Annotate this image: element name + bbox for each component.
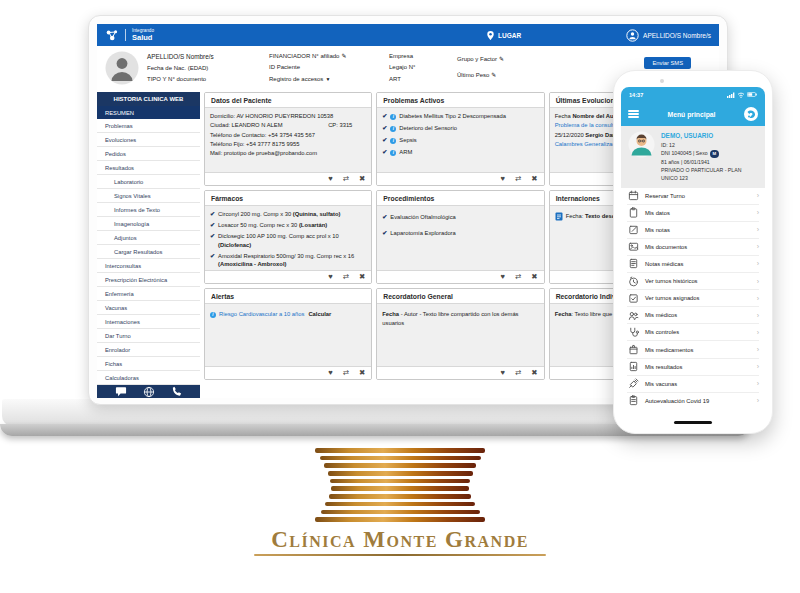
chevron-right-icon: › — [757, 295, 759, 302]
edit-peso-icon[interactable]: ✎ — [491, 68, 496, 84]
panel-title: Alertas — [205, 289, 371, 304]
grupo-factor-label: Grupo y Factor — [457, 52, 497, 68]
close-icon[interactable]: ✖ — [531, 175, 537, 183]
sidebar-item-interconsultas[interactable]: Interconsultas — [97, 259, 200, 273]
riesgo-cardiovascular-link[interactable]: Riesgo Cardiovascular a 10 años — [219, 310, 304, 319]
patient-col-identity: APELLIDO/S Nombre/s Fecha de Nac. (EDAD)… — [147, 51, 269, 86]
menu-item-mis-datos[interactable]: Mis datos › — [627, 205, 759, 222]
sidebar-item-calculadoras[interactable]: Calculadoras — [97, 371, 200, 385]
menu-item-turnos-asignados[interactable]: Ver turnos asignados › — [627, 290, 759, 307]
sidebar-item-informes-texto[interactable]: Informes de Texto — [97, 203, 200, 217]
sexo-badge: M — [710, 150, 719, 158]
menu-item-mis-medicos[interactable]: Mis médicos › — [627, 307, 759, 324]
calcular-action[interactable]: Calcular — [308, 310, 331, 319]
menu-item-mis-resultados[interactable]: Mis resultados › — [627, 359, 759, 376]
swap-icon[interactable]: ⇄ — [343, 175, 349, 183]
favorite-icon[interactable]: ♥ — [328, 175, 332, 183]
phone-mockup: 14:37 — [613, 70, 773, 434]
edit-financiador-icon[interactable]: ✎ — [341, 51, 346, 62]
chat-icon[interactable] — [115, 386, 127, 397]
close-icon[interactable]: ✖ — [531, 369, 537, 377]
menu-item-mis-notas[interactable]: Mis notas › — [627, 222, 759, 239]
hamburger-menu-icon[interactable] — [628, 108, 639, 119]
info-icon[interactable]: i — [390, 114, 396, 120]
sidebar-item-dar-turno[interactable]: Dar Turno — [97, 329, 200, 343]
panel-alertas: Alertas i Riesgo Cardiovascular a 10 año… — [204, 288, 372, 380]
syringe-icon — [627, 378, 639, 389]
sidebar-item-laboratorio[interactable]: Laboratorio — [97, 175, 200, 189]
favorite-icon[interactable]: ♥ — [501, 273, 505, 281]
sidebar-item-enfermeria[interactable]: Enfermería — [97, 287, 200, 301]
menu-item-notas-medicas[interactable]: Notas médicas › — [627, 256, 759, 273]
info-icon[interactable]: i — [390, 126, 396, 132]
info-icon[interactable]: i — [390, 138, 396, 144]
brand-logo: Integrando Salud — [105, 28, 154, 42]
sidebar-item-pedidos[interactable]: Pedidos — [97, 147, 200, 161]
phone-camera-dot — [660, 79, 664, 83]
swap-icon[interactable]: ⇄ — [515, 273, 521, 281]
check-icon: ✔ — [210, 221, 215, 230]
panel-farmacos: Fármacos ✔ Circonyl 200 mg. Comp x 30 (Q… — [204, 190, 372, 284]
chevron-down-icon[interactable]: ▼ — [325, 75, 330, 85]
globe-icon[interactable] — [143, 386, 155, 398]
swap-icon[interactable]: ⇄ — [515, 369, 521, 377]
sidebar-title: HISTORIA CLINICA WEB — [97, 92, 200, 106]
menu-item-mis-medicamentos[interactable]: Mis medicamentos › — [627, 341, 759, 358]
close-icon[interactable]: ✖ — [359, 175, 365, 183]
sidebar-item-fichas[interactable]: Fichas — [97, 357, 200, 371]
phone-screen: 14:37 — [621, 87, 765, 409]
favorite-icon[interactable]: ♥ — [328, 369, 332, 377]
close-icon[interactable]: ✖ — [531, 273, 537, 281]
enviar-sms-button[interactable]: Enviar SMS — [644, 57, 691, 69]
sidebar-item-adjuntos[interactable]: Adjuntos — [97, 231, 200, 245]
chevron-right-icon: › — [757, 192, 759, 199]
report-chart-icon — [627, 361, 639, 372]
sidebar-item-prescripcion[interactable]: Prescripción Electrónica — [97, 273, 200, 287]
menu-item-mis-documentos[interactable]: Mis documentos › — [627, 239, 759, 256]
clinic-logo: Clínica Monte Grande — [250, 448, 550, 556]
edit-grupo-icon[interactable]: ✎ — [499, 52, 504, 68]
menu-item-autoevaluacion-covid[interactable]: Autoevaluación Covid 19 › — [627, 393, 759, 409]
registro-accesos-label: Registro de accesos — [269, 74, 323, 85]
panel-procedimientos: Procedimientos ✔ Evaluación Oftalmológic… — [376, 190, 544, 284]
sidebar-item-vacunas[interactable]: Vacunas — [97, 301, 200, 315]
sidebar-item-imagenologia[interactable]: Imagenología — [97, 217, 200, 231]
brand-network-icon — [105, 28, 119, 42]
menu-item-mis-controles[interactable]: Mis controles › — [627, 324, 759, 341]
panel-body: ✔ i Diabetes Mellitus Tipo 2 Descompensa… — [377, 108, 543, 172]
location-selector[interactable]: LUGAR — [486, 30, 521, 41]
favorite-icon[interactable]: ♥ — [501, 175, 505, 183]
menu-item-mis-vacunas[interactable]: Mis vacunas › — [627, 376, 759, 393]
covid-form-icon — [627, 395, 639, 406]
sidebar-item-signos-vitales[interactable]: Signos Vitales — [97, 189, 200, 203]
phone-icon[interactable] — [171, 386, 182, 397]
info-icon[interactable]: i — [210, 312, 216, 318]
menu-item-turnos-historicos[interactable]: Ver turnos históricos › — [627, 273, 759, 290]
user-menu[interactable]: APELLIDO/S Nombre/s — [626, 29, 711, 42]
patient-avatar — [105, 51, 139, 85]
info-icon[interactable]: i — [390, 150, 396, 156]
panel-title: Datos del Paciente — [205, 93, 371, 108]
sidebar-item-internaciones[interactable]: Internaciones — [97, 315, 200, 329]
favorite-icon[interactable]: ♥ — [501, 369, 505, 377]
swap-icon[interactable]: ⇄ — [343, 273, 349, 281]
sidebar: HISTORIA CLINICA WEB RESUMEN Problemas E… — [97, 92, 200, 398]
sidebar-item-enrolador[interactable]: Enrolador — [97, 343, 200, 357]
sidebar-item-resultados[interactable]: Resultados — [97, 161, 200, 175]
close-icon[interactable]: ✖ — [359, 369, 365, 377]
chevron-right-icon: › — [757, 346, 759, 353]
sidebar-item-cargar-resultados[interactable]: Cargar Resultados — [97, 245, 200, 259]
sidebar-item-evoluciones[interactable]: Evoluciones — [97, 133, 200, 147]
chevron-right-icon: › — [757, 329, 759, 336]
app-topbar: Integrando Salud LUGAR — [97, 24, 719, 46]
close-icon[interactable]: ✖ — [359, 273, 365, 281]
sidebar-item-problemas[interactable]: Problemas — [97, 119, 200, 133]
swap-icon[interactable]: ⇄ — [515, 175, 521, 183]
document-icon — [555, 212, 563, 221]
swap-icon[interactable]: ⇄ — [343, 369, 349, 377]
sidebar-item-resumen[interactable]: RESUMEN — [97, 106, 200, 119]
panel-footer: ♥ ⇄ ✖ — [205, 270, 371, 283]
phone-home-indicator[interactable] — [674, 421, 712, 425]
menu-item-reservar-turno[interactable]: Reservar Turno › — [627, 188, 759, 205]
favorite-icon[interactable]: ♥ — [328, 273, 332, 281]
